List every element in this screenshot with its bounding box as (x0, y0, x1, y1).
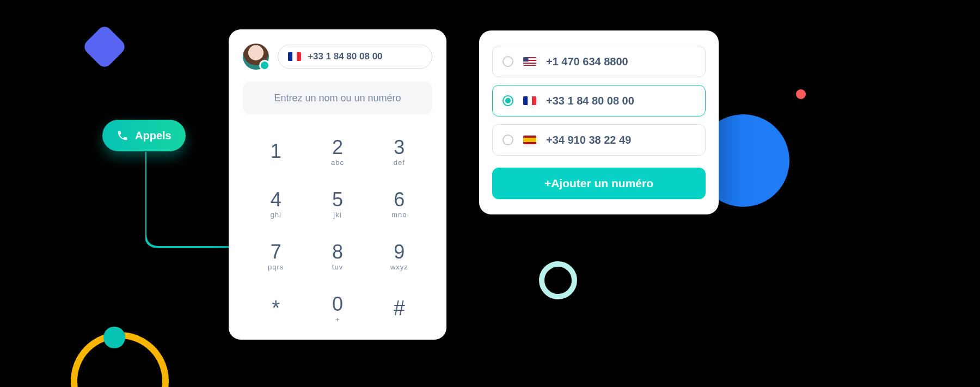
key-6[interactable]: 6mno (376, 183, 422, 225)
letters: wxyz (390, 263, 408, 271)
digit: 8 (332, 242, 343, 262)
appels-pill[interactable]: Appels (102, 120, 186, 151)
letters: + (335, 315, 340, 323)
key-9[interactable]: 9wxyz (376, 235, 422, 278)
key-3[interactable]: 3def (376, 131, 422, 173)
key-1[interactable]: 1 (253, 131, 299, 173)
flag-france-icon (523, 96, 536, 105)
digit: 1 (271, 142, 281, 161)
key-8[interactable]: 8tuv (314, 235, 360, 278)
letters: abc (331, 158, 344, 167)
digit: 0 (332, 294, 343, 314)
digit: 3 (394, 138, 405, 157)
key-2[interactable]: 2abc (314, 131, 360, 173)
key-5[interactable]: 5jkl (314, 183, 360, 225)
number-row-es[interactable]: +34 910 38 22 49 (492, 124, 706, 156)
key-4[interactable]: 4ghi (253, 183, 299, 225)
coral-dot-decoration (796, 89, 806, 99)
digit: 5 (332, 190, 343, 210)
letters: jkl (333, 211, 341, 219)
flag-usa-icon (523, 57, 536, 66)
radio-icon (503, 56, 513, 67)
key-hash[interactable]: # (376, 287, 422, 330)
add-number-button[interactable]: +Ajouter un numéro (492, 168, 706, 199)
mint-ring-decoration (539, 261, 577, 299)
flag-spain-icon (523, 136, 536, 144)
teal-dot-decoration (103, 327, 125, 348)
radio-icon (503, 134, 513, 145)
letters: ghi (270, 211, 281, 219)
number-label: +34 910 38 22 49 (546, 134, 631, 146)
flag-france-icon (288, 52, 301, 61)
key-star[interactable]: * (253, 287, 299, 330)
current-number-text: +33 1 84 80 08 00 (308, 51, 383, 62)
dialer-card: +33 1 84 80 08 00 1 2abc 3def 4ghi 5jkl … (229, 29, 446, 340)
letters: tuv (332, 263, 343, 271)
number-row-fr[interactable]: +33 1 84 80 08 00 (492, 85, 706, 116)
letters: def (394, 158, 405, 167)
dial-keypad: 1 2abc 3def 4ghi 5jkl 6mno 7pqrs 8tuv 9w… (243, 131, 432, 340)
search-input[interactable] (243, 82, 432, 114)
digit: * (272, 298, 280, 318)
digit: 7 (271, 242, 281, 262)
digit: # (394, 298, 405, 318)
digit: 6 (394, 190, 405, 210)
diamond-decoration (82, 24, 128, 70)
appels-label: Appels (135, 130, 171, 142)
digit: 4 (271, 190, 281, 210)
current-number-pill[interactable]: +33 1 84 80 08 00 (278, 45, 432, 69)
numbers-list-card: +1 470 634 8800 +33 1 84 80 08 00 +34 91… (479, 30, 719, 214)
dialer-header: +33 1 84 80 08 00 (243, 44, 432, 70)
letters: pqrs (268, 263, 284, 271)
number-label: +1 470 634 8800 (546, 56, 628, 68)
radio-checked-icon (503, 95, 513, 106)
phone-icon (117, 130, 128, 142)
digit: 9 (394, 242, 405, 262)
letters: mno (391, 211, 407, 219)
number-label: +33 1 84 80 08 00 (546, 95, 634, 107)
key-7[interactable]: 7pqrs (253, 235, 299, 278)
number-row-us[interactable]: +1 470 634 8800 (492, 46, 706, 77)
key-0[interactable]: 0+ (314, 287, 360, 330)
avatar[interactable] (243, 44, 269, 70)
digit: 2 (332, 138, 343, 157)
